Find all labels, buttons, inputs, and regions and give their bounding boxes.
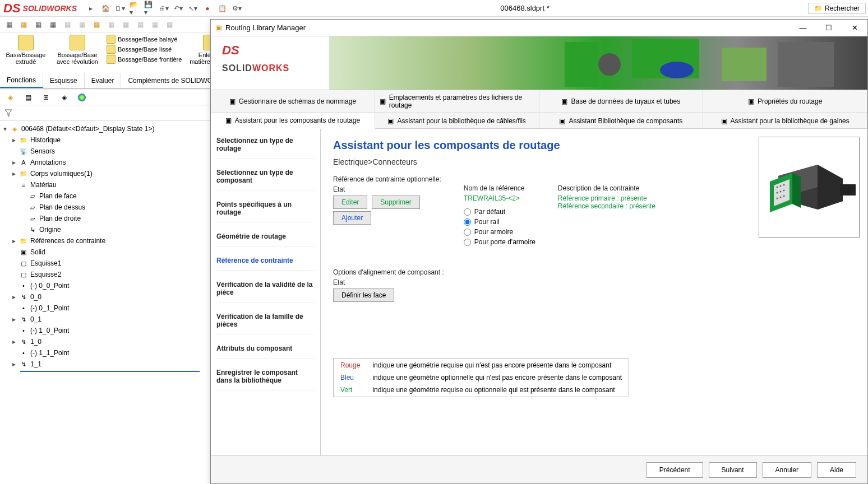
- tree-item[interactable]: •(-) 0_1_Point: [2, 302, 207, 314]
- tree-ico-feat[interactable]: ◈: [4, 92, 16, 103]
- radio-option[interactable]: Pour rail: [464, 218, 535, 226]
- dialog-tab[interactable]: ▣ Assistant Bibliothèque de composants: [539, 113, 704, 128]
- help-button[interactable]: Aide: [817, 462, 856, 478]
- rb-ico-7[interactable]: ▦: [91, 19, 102, 30]
- tree-item[interactable]: ▢Esquisse2: [2, 269, 207, 280]
- rb-ico-2[interactable]: ▦: [18, 19, 29, 30]
- tree-root[interactable]: ▾ ◈ 006468 (Défaut<<Défaut>_Display Stat…: [2, 123, 207, 134]
- radio-option[interactable]: Pour porte d'armoire: [464, 238, 535, 246]
- wizard-step[interactable]: Attributs du composant: [216, 345, 315, 359]
- close-button[interactable]: ✕: [842, 20, 867, 36]
- tree-ico-list[interactable]: ▤: [22, 92, 34, 103]
- next-button[interactable]: Suivant: [709, 462, 757, 478]
- ribbon-tab[interactable]: Fonctions: [0, 73, 43, 88]
- tree-item[interactable]: ▱Plan de droite: [2, 213, 207, 224]
- prev-button[interactable]: Précédent: [647, 462, 703, 478]
- dialog-tab[interactable]: ▣ Gestionnaire de schémas de nommage: [211, 90, 375, 113]
- dialog-tab[interactable]: ▣ Assistant pour les composants de routa…: [211, 113, 375, 129]
- tree-item[interactable]: ▱Plan de dessus: [2, 202, 207, 213]
- dialog-tab[interactable]: ▣ Propriétés du routage: [703, 90, 867, 113]
- tree-item[interactable]: ▸📁Historique: [2, 134, 207, 146]
- select-icon[interactable]: ↖▾: [188, 3, 198, 13]
- rb-ico-4[interactable]: ▦: [47, 19, 58, 30]
- maximize-button[interactable]: ☐: [816, 20, 842, 36]
- tree-item[interactable]: ≡Matériau: [2, 179, 207, 190]
- home-icon[interactable]: 🏠: [100, 3, 110, 13]
- wizard-step[interactable]: Vérification de la validité de la pièce: [216, 281, 315, 302]
- tree-item[interactable]: ▱Plan de face: [2, 190, 207, 202]
- wizard-step[interactable]: Points spécifiques à un routage: [216, 201, 315, 222]
- tree-item[interactable]: ↳Origine: [2, 224, 207, 235]
- rb-ico-1[interactable]: ▦: [3, 19, 15, 30]
- tree-ico-cfg[interactable]: ⊞: [40, 92, 52, 103]
- dialog-tab[interactable]: ▣ Emplacements et paramètres des fichier…: [375, 90, 539, 113]
- rb-ico-3[interactable]: ▦: [33, 19, 44, 30]
- tree-ico-appear[interactable]: [76, 92, 87, 103]
- svg-rect-4: [722, 48, 767, 81]
- add-button[interactable]: Ajouter: [333, 211, 371, 225]
- ribbon-tab[interactable]: Esquisse: [43, 73, 85, 88]
- radio-option[interactable]: Pour armoire: [464, 228, 535, 236]
- rb-ico-6[interactable]: ▦: [76, 19, 87, 30]
- rb-ico-12[interactable]: ▦: [164, 19, 175, 30]
- tree-filter[interactable]: [0, 105, 210, 121]
- options1-icon[interactable]: 📋: [217, 3, 227, 13]
- rb-ico-8[interactable]: ▦: [105, 19, 117, 30]
- tree-item[interactable]: ▸↯0_0: [2, 291, 207, 302]
- ribbon-loft[interactable]: Bossage/Base lissé: [107, 45, 182, 54]
- search-button[interactable]: 📁 Rechercher: [808, 3, 866, 14]
- tree-item[interactable]: ▢Esquisse1: [2, 258, 207, 269]
- cancel-button[interactable]: Annuler: [763, 462, 811, 478]
- ribbon-extrude[interactable]: Base/Bossage extrudé: [3, 35, 48, 65]
- rb-ico-5[interactable]: ▦: [62, 19, 73, 30]
- delete-button[interactable]: Supprimer: [372, 196, 419, 209]
- radio-input[interactable]: [464, 218, 471, 226]
- rb-ico-10[interactable]: ▦: [135, 19, 146, 30]
- wizard-step[interactable]: Vérification de la famille de pièces: [216, 313, 315, 334]
- define-faces-button[interactable]: Définir les face: [333, 288, 394, 302]
- rb-ico-11[interactable]: ▦: [149, 19, 160, 30]
- tree-item[interactable]: ▸↯0_1: [2, 314, 207, 325]
- svg-point-13: [777, 187, 778, 188]
- radio-option[interactable]: Par défaut: [464, 208, 535, 216]
- tree-item[interactable]: •(-) 1_0_Point: [2, 325, 207, 336]
- edit-button[interactable]: Editer: [333, 196, 367, 209]
- tree-item[interactable]: ▸↯1_0: [2, 336, 207, 347]
- ribbon-tab[interactable]: Evaluer: [85, 73, 122, 88]
- tree-rollback-bar[interactable]: [20, 371, 200, 372]
- tree-item[interactable]: •(-) 0_0_Point: [2, 280, 207, 291]
- save-icon[interactable]: 💾▾: [144, 3, 154, 13]
- radio-input[interactable]: [464, 229, 471, 236]
- tree-item[interactable]: 📡Sensors: [2, 146, 207, 157]
- tree-item[interactable]: •(-) 1_1_Point: [2, 347, 207, 359]
- wizard-step[interactable]: Sélectionnez un type de composant: [216, 169, 315, 190]
- wizard-step[interactable]: Sélectionnez un type de routage: [216, 137, 315, 159]
- print-icon[interactable]: 🖨▾: [159, 3, 169, 13]
- rebuild-icon[interactable]: ●: [202, 3, 213, 13]
- new-icon[interactable]: 🗋▾: [115, 3, 125, 13]
- dialog-tab[interactable]: ▣ Base de données de tuyaux et tubes: [539, 90, 704, 113]
- dialog-tab[interactable]: ▣ Assistant pour la bibliothèque de câbl…: [375, 113, 539, 128]
- wizard-step[interactable]: Enregistrer le composant dans la bibliot…: [216, 369, 315, 390]
- dialog-tab[interactable]: ▣ Assistant pour la bibliothèque de gain…: [703, 113, 867, 128]
- tree-item[interactable]: ▸↯1_1: [2, 359, 207, 370]
- open-icon[interactable]: 📂▾: [130, 3, 140, 13]
- tree-item[interactable]: ▸AAnnotations: [2, 157, 207, 168]
- feature-tree-panel: ◈ ▤ ⊞ ◈ ▾ ◈ 006468 (Défaut<<Défaut>_Disp…: [0, 90, 210, 484]
- settings-icon[interactable]: ⚙▾: [232, 3, 242, 13]
- tree-ico-disp[interactable]: ◈: [58, 92, 70, 103]
- radio-input[interactable]: [464, 208, 471, 216]
- radio-input[interactable]: [464, 239, 471, 246]
- ribbon-boundary[interactable]: Bossage/Base frontière: [107, 55, 182, 64]
- rb-ico-9[interactable]: ▦: [120, 19, 131, 30]
- tree-item[interactable]: ▸📁Références de contrainte: [2, 235, 207, 246]
- ribbon-sweep[interactable]: Bossage/Base balayé: [107, 35, 182, 44]
- undo-icon[interactable]: ↶▾: [173, 3, 183, 13]
- tree-item[interactable]: ▸📁Corps volumiques(1): [2, 168, 207, 179]
- minimize-button[interactable]: —: [790, 20, 816, 36]
- wizard-step[interactable]: Géométrie de routage: [216, 232, 315, 246]
- ribbon-revolve[interactable]: Bossage/Base avec révolution: [55, 35, 100, 65]
- expand-icon[interactable]: ▸: [86, 3, 96, 13]
- tree-item[interactable]: ▣Solid: [2, 246, 207, 258]
- wizard-step[interactable]: Référence de contrainte: [216, 257, 315, 271]
